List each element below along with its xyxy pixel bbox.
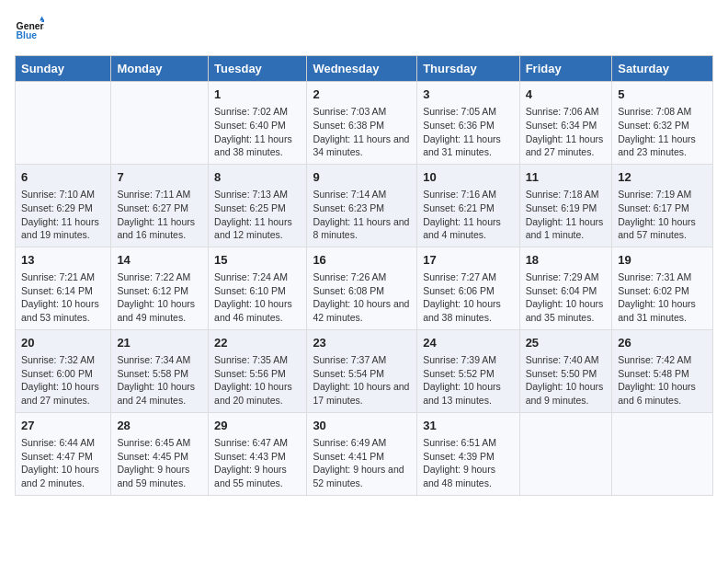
day-info: Sunrise: 7:42 AM Sunset: 5:48 PM Dayligh… xyxy=(618,353,707,408)
svg-text:General: General xyxy=(17,21,44,31)
day-number: 1 xyxy=(214,86,301,103)
day-number: 31 xyxy=(423,418,513,434)
day-number: 25 xyxy=(526,335,607,351)
day-info: Sunrise: 6:49 AM Sunset: 4:41 PM Dayligh… xyxy=(313,436,411,490)
day-of-week-header: Tuesday xyxy=(209,56,307,82)
day-info: Sunrise: 6:47 AM Sunset: 4:43 PM Dayligh… xyxy=(214,436,301,490)
day-info: Sunrise: 7:35 AM Sunset: 5:56 PM Dayligh… xyxy=(214,353,301,408)
day-info: Sunrise: 7:16 AM Sunset: 6:21 PM Dayligh… xyxy=(423,188,513,242)
day-of-week-header: Monday xyxy=(111,56,209,82)
day-info: Sunrise: 7:27 AM Sunset: 6:06 PM Dayligh… xyxy=(423,270,513,325)
calendar-cell xyxy=(519,412,612,495)
calendar-cell: 30Sunrise: 6:49 AM Sunset: 4:41 PM Dayli… xyxy=(307,412,417,495)
day-number: 21 xyxy=(117,335,202,351)
day-info: Sunrise: 7:03 AM Sunset: 6:38 PM Dayligh… xyxy=(313,105,411,159)
day-number: 29 xyxy=(214,418,301,434)
day-number: 6 xyxy=(21,169,105,186)
calendar-cell: 12Sunrise: 7:19 AM Sunset: 6:17 PM Dayli… xyxy=(612,164,713,247)
day-number: 18 xyxy=(526,252,607,269)
calendar-cell: 19Sunrise: 7:31 AM Sunset: 6:02 PM Dayli… xyxy=(612,247,713,329)
day-number: 7 xyxy=(117,169,202,186)
svg-text:Blue: Blue xyxy=(17,30,38,40)
calendar-week-row: 20Sunrise: 7:32 AM Sunset: 6:00 PM Dayli… xyxy=(16,329,713,412)
calendar-cell: 25Sunrise: 7:40 AM Sunset: 5:50 PM Dayli… xyxy=(519,329,612,412)
day-info: Sunrise: 7:05 AM Sunset: 6:36 PM Dayligh… xyxy=(423,105,513,159)
day-info: Sunrise: 7:18 AM Sunset: 6:19 PM Dayligh… xyxy=(526,188,607,242)
day-info: Sunrise: 7:13 AM Sunset: 6:25 PM Dayligh… xyxy=(214,188,301,242)
calendar-cell: 23Sunrise: 7:37 AM Sunset: 5:54 PM Dayli… xyxy=(307,329,417,412)
calendar-cell: 4Sunrise: 7:06 AM Sunset: 6:34 PM Daylig… xyxy=(519,82,612,165)
day-number: 30 xyxy=(313,418,411,434)
day-number: 26 xyxy=(618,335,707,351)
day-info: Sunrise: 7:26 AM Sunset: 6:08 PM Dayligh… xyxy=(313,270,411,325)
day-info: Sunrise: 7:11 AM Sunset: 6:27 PM Dayligh… xyxy=(117,188,202,242)
day-info: Sunrise: 7:14 AM Sunset: 6:23 PM Dayligh… xyxy=(313,188,411,242)
day-info: Sunrise: 7:22 AM Sunset: 6:12 PM Dayligh… xyxy=(117,270,202,325)
calendar-week-row: 13Sunrise: 7:21 AM Sunset: 6:14 PM Dayli… xyxy=(16,247,713,329)
calendar-cell: 16Sunrise: 7:26 AM Sunset: 6:08 PM Dayli… xyxy=(307,247,417,329)
day-number: 22 xyxy=(214,335,301,351)
day-number: 23 xyxy=(313,335,411,351)
day-number: 5 xyxy=(618,86,707,103)
day-number: 3 xyxy=(423,86,513,103)
calendar-cell: 7Sunrise: 7:11 AM Sunset: 6:27 PM Daylig… xyxy=(111,164,209,247)
calendar-week-row: 6Sunrise: 7:10 AM Sunset: 6:29 PM Daylig… xyxy=(16,164,713,247)
day-of-week-header: Wednesday xyxy=(307,56,417,82)
day-info: Sunrise: 7:06 AM Sunset: 6:34 PM Dayligh… xyxy=(526,105,607,159)
day-number: 14 xyxy=(117,252,202,269)
calendar-cell: 13Sunrise: 7:21 AM Sunset: 6:14 PM Dayli… xyxy=(16,247,111,329)
calendar-cell: 20Sunrise: 7:32 AM Sunset: 6:00 PM Dayli… xyxy=(16,329,111,412)
calendar-cell xyxy=(111,82,209,165)
calendar-cell xyxy=(612,412,713,495)
day-number: 17 xyxy=(423,252,513,269)
calendar-body: 1Sunrise: 7:02 AM Sunset: 6:40 PM Daylig… xyxy=(16,82,713,496)
day-of-week-header: Thursday xyxy=(417,56,519,82)
day-number: 10 xyxy=(423,169,513,186)
day-number: 27 xyxy=(21,418,105,434)
day-number: 13 xyxy=(21,252,105,269)
day-info: Sunrise: 7:31 AM Sunset: 6:02 PM Dayligh… xyxy=(618,270,707,325)
calendar-cell: 5Sunrise: 7:08 AM Sunset: 6:32 PM Daylig… xyxy=(612,82,713,165)
day-info: Sunrise: 7:24 AM Sunset: 6:10 PM Dayligh… xyxy=(214,270,301,325)
day-info: Sunrise: 7:34 AM Sunset: 5:58 PM Dayligh… xyxy=(117,353,202,408)
day-number: 24 xyxy=(423,335,513,351)
calendar-cell: 8Sunrise: 7:13 AM Sunset: 6:25 PM Daylig… xyxy=(209,164,307,247)
calendar-cell: 27Sunrise: 6:44 AM Sunset: 4:47 PM Dayli… xyxy=(16,412,111,495)
day-info: Sunrise: 6:45 AM Sunset: 4:45 PM Dayligh… xyxy=(117,436,202,490)
day-info: Sunrise: 7:29 AM Sunset: 6:04 PM Dayligh… xyxy=(526,270,607,325)
calendar-cell: 11Sunrise: 7:18 AM Sunset: 6:19 PM Dayli… xyxy=(519,164,612,247)
day-number: 28 xyxy=(117,418,202,434)
calendar-cell: 15Sunrise: 7:24 AM Sunset: 6:10 PM Dayli… xyxy=(209,247,307,329)
calendar-cell: 31Sunrise: 6:51 AM Sunset: 4:39 PM Dayli… xyxy=(417,412,519,495)
day-of-week-header: Friday xyxy=(519,56,612,82)
day-info: Sunrise: 7:37 AM Sunset: 5:54 PM Dayligh… xyxy=(313,353,411,408)
calendar-table: SundayMondayTuesdayWednesdayThursdayFrid… xyxy=(15,55,713,496)
day-info: Sunrise: 7:19 AM Sunset: 6:17 PM Dayligh… xyxy=(618,188,707,242)
calendar-cell: 10Sunrise: 7:16 AM Sunset: 6:21 PM Dayli… xyxy=(417,164,519,247)
day-info: Sunrise: 6:44 AM Sunset: 4:47 PM Dayligh… xyxy=(21,436,105,490)
day-info: Sunrise: 7:40 AM Sunset: 5:50 PM Dayligh… xyxy=(526,353,607,408)
calendar-cell: 1Sunrise: 7:02 AM Sunset: 6:40 PM Daylig… xyxy=(209,82,307,165)
day-number: 16 xyxy=(313,252,411,269)
calendar-cell: 17Sunrise: 7:27 AM Sunset: 6:06 PM Dayli… xyxy=(417,247,519,329)
calendar-week-row: 27Sunrise: 6:44 AM Sunset: 4:47 PM Dayli… xyxy=(16,412,713,495)
calendar-cell: 28Sunrise: 6:45 AM Sunset: 4:45 PM Dayli… xyxy=(111,412,209,495)
day-number: 15 xyxy=(214,252,301,269)
day-info: Sunrise: 7:32 AM Sunset: 6:00 PM Dayligh… xyxy=(21,353,105,408)
calendar-cell: 3Sunrise: 7:05 AM Sunset: 6:36 PM Daylig… xyxy=(417,82,519,165)
calendar-cell: 26Sunrise: 7:42 AM Sunset: 5:48 PM Dayli… xyxy=(612,329,713,412)
calendar-cell: 6Sunrise: 7:10 AM Sunset: 6:29 PM Daylig… xyxy=(16,164,111,247)
day-number: 9 xyxy=(313,169,411,186)
day-number: 4 xyxy=(526,86,607,103)
day-number: 2 xyxy=(313,86,411,103)
day-info: Sunrise: 7:21 AM Sunset: 6:14 PM Dayligh… xyxy=(21,270,105,325)
day-number: 8 xyxy=(214,169,301,186)
logo: General Blue xyxy=(15,15,48,44)
logo-icon: General Blue xyxy=(15,15,44,44)
day-number: 20 xyxy=(21,335,105,351)
day-info: Sunrise: 7:39 AM Sunset: 5:52 PM Dayligh… xyxy=(423,353,513,408)
day-of-week-header: Sunday xyxy=(16,56,111,82)
calendar-cell: 2Sunrise: 7:03 AM Sunset: 6:38 PM Daylig… xyxy=(307,82,417,165)
calendar-week-row: 1Sunrise: 7:02 AM Sunset: 6:40 PM Daylig… xyxy=(16,82,713,165)
day-number: 19 xyxy=(618,252,707,269)
